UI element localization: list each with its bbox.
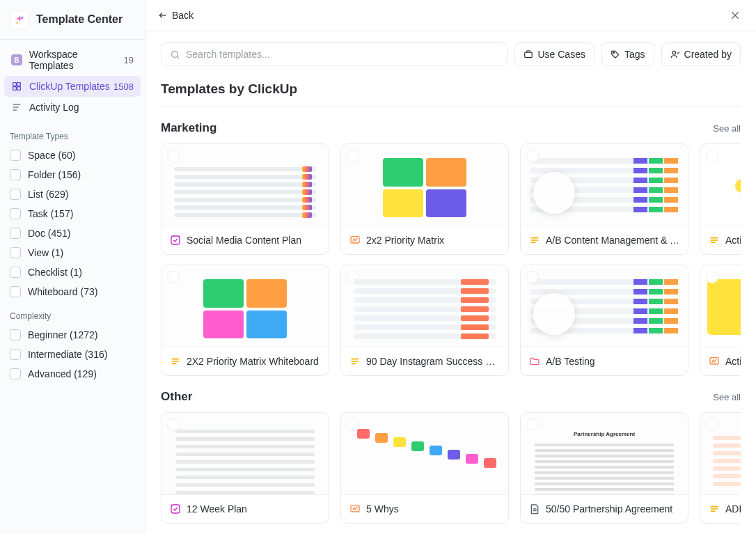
filter-created-by[interactable]: Created by — [661, 42, 741, 66]
sidebar: Template Center B Workspace Templates 19… — [0, 0, 145, 534]
sidebar-header: Template Center — [0, 0, 145, 40]
filter-advanced[interactable]: Advanced (129) — [6, 364, 139, 384]
tag-icon — [611, 49, 620, 59]
template-card[interactable]: A/B Testing — [520, 265, 688, 376]
see-all-link[interactable]: See all — [713, 123, 741, 134]
svg-point-10 — [172, 51, 178, 57]
filter-intermediate[interactable]: Intermediate (316) — [6, 345, 139, 364]
whiteboard-icon — [349, 503, 361, 515]
card-title: 12 Week Plan — [187, 503, 247, 515]
svg-point-13 — [613, 52, 615, 54]
app-title: Template Center — [36, 13, 123, 26]
template-card[interactable]: 2x2 Priority Matrix — [340, 143, 509, 255]
search-wrap[interactable] — [161, 42, 507, 66]
template-card[interactable]: 2X2 Priority Matrix Whiteboard — [161, 265, 329, 376]
checkbox-icon[interactable] — [10, 150, 21, 161]
card-row: Social Media Content Plan2x2 Priority Ma… — [161, 143, 741, 255]
svg-rect-34 — [171, 505, 180, 513]
task-icon — [170, 235, 181, 246]
card-thumb — [341, 265, 508, 347]
nav-activity-log[interactable]: Activity Log — [4, 97, 141, 118]
checkbox-icon[interactable] — [10, 208, 21, 219]
card-title: Action P… — [725, 235, 741, 246]
card-thumb — [341, 144, 508, 226]
template-section: OtherSee all12 Week Plan5 WhysPartnershi… — [161, 390, 741, 524]
checkbox-icon[interactable] — [10, 349, 21, 360]
nav-clickup-templates[interactable]: ClickUp Templates 1508 — [4, 76, 141, 97]
nav-count: 1508 — [113, 81, 134, 92]
svg-rect-3 — [17, 87, 21, 91]
svg-rect-30 — [707, 279, 741, 335]
checkbox-icon[interactable] — [10, 169, 21, 180]
card-title: A/B Testing — [546, 356, 595, 367]
template-card[interactable]: Social Media Content Plan — [161, 143, 329, 255]
task-icon — [170, 503, 181, 515]
template-card[interactable]: 5 Whys — [340, 412, 509, 524]
close-icon — [730, 10, 741, 21]
complexity-heading: Complexity — [0, 301, 145, 325]
template-card[interactable]: 12 Week Plan — [161, 412, 329, 524]
section-title: Marketing — [161, 121, 216, 135]
user-icon — [670, 49, 680, 59]
filter-doc[interactable]: Doc (451) — [6, 223, 139, 243]
svg-rect-0 — [13, 83, 17, 86]
search-input[interactable] — [186, 49, 498, 60]
activity-icon — [11, 102, 22, 113]
svg-rect-15 — [171, 236, 180, 244]
close-button[interactable] — [727, 7, 743, 24]
content[interactable]: MarketingSee allSocial Media Content Pla… — [145, 107, 756, 534]
toolbar: Use Cases Tags Created by — [145, 31, 756, 72]
card-thumb — [700, 265, 741, 347]
template-card[interactable]: A/B Content Management & T… — [520, 143, 688, 255]
card-thumb — [162, 413, 329, 495]
filter-space[interactable]: Space (60) — [6, 146, 139, 165]
filter-whiteboard[interactable]: Whiteboard (73) — [6, 282, 139, 301]
checkbox-icon[interactable] — [10, 228, 21, 239]
filter-checklist[interactable]: Checklist (1) — [6, 262, 139, 282]
checkbox-icon[interactable] — [10, 286, 21, 297]
template-card[interactable]: 90 Day Instagram Success Ch… — [340, 265, 509, 376]
card-title: A/B Content Management & T… — [546, 235, 679, 246]
filter-use-cases[interactable]: Use Cases — [514, 42, 594, 66]
doc-icon — [529, 503, 540, 515]
card-thumb — [521, 265, 688, 347]
card-title: 5 Whys — [366, 503, 399, 515]
filter-task[interactable]: Task (157) — [6, 204, 139, 223]
template-card[interactable]: Action P… — [700, 265, 741, 376]
checkbox-icon[interactable] — [10, 329, 21, 340]
card-row: 12 Week Plan5 WhysPartnership Agreement5… — [161, 412, 741, 524]
template-card[interactable]: ADDIE — [700, 412, 741, 524]
see-all-link[interactable]: See all — [713, 392, 741, 402]
filter-view[interactable]: View (1) — [6, 243, 139, 262]
nav-label: Workspace Templates — [29, 49, 124, 71]
section-title: Other — [161, 390, 192, 404]
checkbox-icon[interactable] — [10, 267, 21, 278]
template-section: MarketingSee allSocial Media Content Pla… — [161, 121, 741, 376]
app-logo-icon — [10, 10, 29, 29]
filter-list[interactable]: List (629) — [6, 184, 139, 204]
nav-workspace-templates[interactable]: B Workspace Templates 19 — [4, 44, 141, 76]
checkbox-icon[interactable] — [10, 247, 21, 258]
list-icon — [349, 356, 361, 367]
search-icon — [170, 49, 180, 60]
card-title: Social Media Content Plan — [187, 235, 301, 246]
list-icon — [709, 503, 720, 515]
main: Back Use Cases Tags Created by — [145, 0, 756, 534]
filter-folder[interactable]: Folder (156) — [6, 165, 139, 184]
card-thumb — [162, 265, 329, 347]
briefcase-icon — [523, 49, 533, 59]
svg-point-14 — [672, 51, 675, 54]
checkbox-icon[interactable] — [10, 368, 21, 379]
nav-label: Activity Log — [29, 102, 79, 113]
nav-label: ClickUp Templates — [29, 81, 110, 92]
card-title: 90 Day Instagram Success Ch… — [366, 356, 500, 367]
filter-tags[interactable]: Tags — [601, 42, 654, 66]
filter-beginner[interactable]: Beginner (1272) — [6, 325, 139, 345]
arrow-left-icon — [158, 10, 168, 20]
template-card[interactable]: Partnership Agreement50/50 Partnership A… — [520, 412, 688, 524]
template-card[interactable]: Action P… — [700, 143, 741, 255]
checkbox-icon[interactable] — [10, 189, 21, 200]
back-button[interactable]: Back — [158, 10, 194, 21]
whiteboard-icon — [709, 356, 720, 367]
card-thumb: Partnership Agreement — [521, 413, 688, 495]
